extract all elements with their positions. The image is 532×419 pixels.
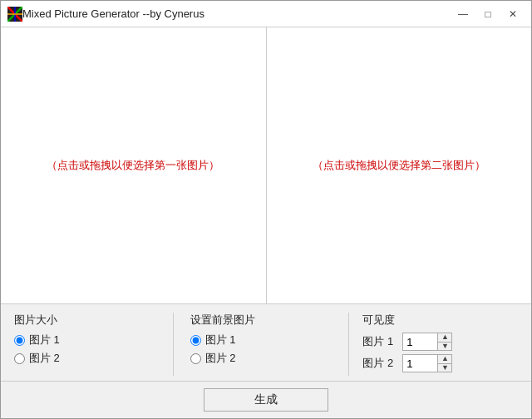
image1-visibility-row: 图片 1 ▲ ▼ [362,333,508,351]
image1-vis-label: 图片 1 [362,334,396,349]
visibility-title: 可见度 [362,313,508,328]
window-controls: — □ ✕ [451,5,525,23]
image-size-group: 图片大小 图片 1 图片 2 [11,313,174,376]
image1-fg-label: 图片 1 [205,333,236,348]
image1-size-label: 图片 1 [29,333,60,348]
generate-row: 生成 [1,382,531,418]
close-button[interactable]: ✕ [501,5,525,23]
image2-size-radio[interactable] [14,353,25,364]
app-window: Mixed Picture Generator --by Cynerus — □… [0,0,532,419]
image2-spin-down[interactable]: ▼ [438,363,451,372]
image1-spin-down[interactable]: ▼ [438,342,451,351]
image1-vis-input[interactable] [403,333,437,350]
canvas-left-hint: （点击或拖拽以便选择第一张图片） [30,158,236,173]
foreground-group: 设置前景图片 图片 1 图片 2 [174,313,350,376]
image1-fg-radio-label[interactable]: 图片 1 [190,333,336,348]
canvas-left[interactable]: （点击或拖拽以便选择第一张图片） [1,27,266,303]
canvas-right[interactable]: （点击或拖拽以便选择第二张图片） [267,27,532,303]
controls-row: 图片大小 图片 1 图片 2 设置前景图片 图片 1 [1,304,531,382]
app-title: Mixed Picture Generator --by Cynerus [22,7,451,20]
app-icon [7,7,22,22]
image-size-title: 图片大小 [14,313,160,328]
image2-visibility-row: 图片 2 ▲ ▼ [362,354,508,372]
title-bar: Mixed Picture Generator --by Cynerus — □… [1,1,531,27]
maximize-button[interactable]: □ [476,5,500,23]
canvas-area: （点击或拖拽以便选择第一张图片） （点击或拖拽以便选择第二张图片） [1,27,531,304]
image2-fg-label: 图片 2 [205,351,236,366]
image2-vis-input[interactable] [403,355,437,372]
image1-fg-radio[interactable] [190,335,201,346]
canvas-right-hint: （点击或拖拽以便选择第二张图片） [296,158,502,173]
image2-size-radio-label[interactable]: 图片 2 [14,351,160,366]
image2-spin-up[interactable]: ▲ [438,355,451,363]
image1-spinbox-btns: ▲ ▼ [437,333,451,350]
visibility-group: 可见度 图片 1 ▲ ▼ 图片 2 [349,313,521,376]
foreground-title: 设置前景图片 [190,313,336,328]
image1-size-radio[interactable] [14,335,25,346]
image2-fg-radio[interactable] [190,353,201,364]
image1-spin-up[interactable]: ▲ [438,333,451,342]
image2-size-label: 图片 2 [29,351,60,366]
image2-spinbox: ▲ ▼ [402,354,452,372]
minimize-button[interactable]: — [451,5,475,23]
generate-button[interactable]: 生成 [204,388,328,412]
image2-fg-radio-label[interactable]: 图片 2 [190,351,336,366]
image2-spinbox-btns: ▲ ▼ [437,355,451,372]
image2-vis-label: 图片 2 [362,356,396,371]
bottom-panel: 图片大小 图片 1 图片 2 设置前景图片 图片 1 [1,304,531,418]
image1-size-radio-label[interactable]: 图片 1 [14,333,160,348]
image1-spinbox: ▲ ▼ [402,333,452,351]
